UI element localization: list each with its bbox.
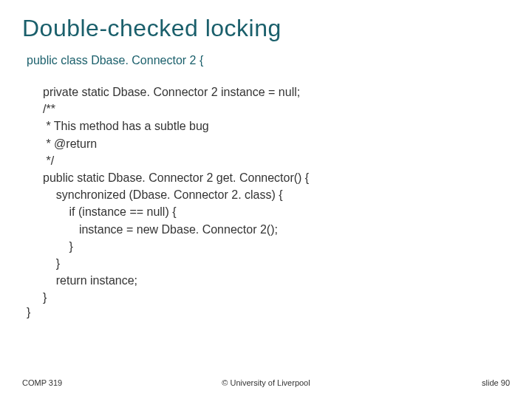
footer-center: © University of Liverpool xyxy=(0,378,532,387)
code-block: private static Dbase. Connector 2 instan… xyxy=(43,83,510,306)
class-declaration: public class Dbase. Connector 2 { xyxy=(27,54,510,67)
footer: COMP 319 © University of Liverpool slide… xyxy=(0,378,532,387)
class-close-brace: } xyxy=(27,306,510,319)
slide-title: Double-checked locking xyxy=(22,15,510,42)
footer-left: COMP 319 xyxy=(22,378,62,387)
slide: Double-checked locking public class Dbas… xyxy=(0,0,532,399)
footer-right: slide 90 xyxy=(482,378,510,387)
